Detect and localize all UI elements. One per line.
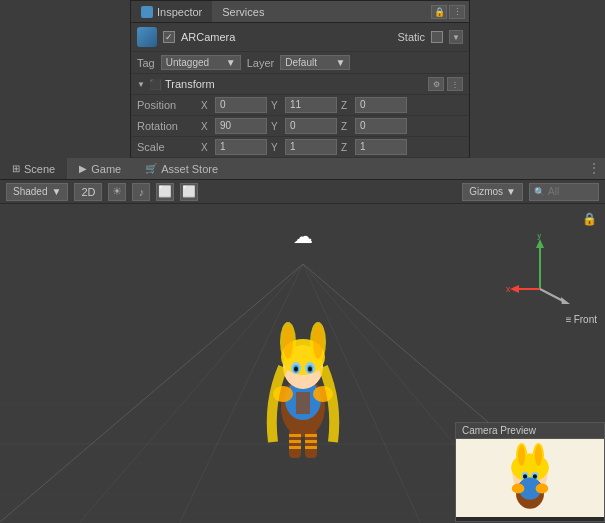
sx-label: X bbox=[201, 142, 211, 153]
object-row: ✓ ARCamera Static ▼ bbox=[131, 23, 469, 52]
tab-services[interactable]: Services bbox=[212, 1, 274, 22]
position-row: Position X 0 Y 11 Z 0 bbox=[131, 95, 469, 116]
position-xyz: X 0 Y 11 Z 0 bbox=[201, 97, 463, 113]
svg-rect-42 bbox=[305, 440, 317, 443]
position-label: Position bbox=[137, 99, 197, 111]
tab-asset-store[interactable]: 🛒 Asset Store bbox=[133, 158, 230, 179]
scale-y-field[interactable]: 1 bbox=[285, 139, 337, 155]
inspector-icon bbox=[141, 6, 153, 18]
svg-point-57 bbox=[536, 484, 549, 494]
transform-settings-icon[interactable]: ⚙ bbox=[428, 77, 444, 91]
triangle-icon: ▼ bbox=[137, 80, 145, 89]
scene-panel: ⊞ Scene ▶ Game 🛒 Asset Store ⋮ Shaded ▼ … bbox=[0, 158, 605, 523]
rz-label: Z bbox=[341, 121, 351, 132]
front-label: ≡ Front bbox=[566, 314, 597, 325]
transform-header: ▼ ⬛ Transform ⚙ ⋮ bbox=[131, 74, 469, 95]
scene-toolbar: Shaded ▼ 2D ☀ ♪ ⬜ ⬜ Gizmos ▼ 🔍 All bbox=[0, 180, 605, 204]
scale-x-field[interactable]: 1 bbox=[215, 139, 267, 155]
object-icon bbox=[137, 27, 157, 47]
position-x-field[interactable]: 0 bbox=[215, 97, 267, 113]
svg-point-28 bbox=[283, 325, 293, 359]
object-name: ARCamera bbox=[181, 31, 391, 43]
axis-gizmo-svg: y x bbox=[505, 234, 575, 304]
character-model bbox=[253, 312, 353, 462]
layer-dropdown[interactable]: Default ▼ bbox=[280, 55, 350, 70]
gizmos-button[interactable]: Gizmos ▼ bbox=[462, 183, 523, 201]
rotation-row: Rotation X 90 Y 0 Z 0 bbox=[131, 116, 469, 137]
camera-preview-content bbox=[456, 439, 604, 517]
scale-label: Scale bbox=[137, 141, 197, 153]
svg-point-48 bbox=[518, 445, 525, 466]
scale-z-field[interactable]: 1 bbox=[355, 139, 407, 155]
rotation-x-field[interactable]: 90 bbox=[215, 118, 267, 134]
lighting-button[interactable]: ☀ bbox=[108, 183, 126, 201]
asset-store-tab-label: Asset Store bbox=[161, 163, 218, 175]
viewport-lock-icon[interactable]: 🔒 bbox=[582, 212, 597, 226]
svg-marker-16 bbox=[561, 297, 570, 304]
rotation-xyz: X 90 Y 0 Z 0 bbox=[201, 118, 463, 134]
svg-point-34 bbox=[294, 367, 298, 372]
scene-panel-right-btn[interactable]: ⋮ bbox=[587, 160, 601, 176]
character-svg bbox=[253, 312, 353, 462]
object-checkbox[interactable]: ✓ bbox=[163, 31, 175, 43]
audio-button[interactable]: ♪ bbox=[132, 183, 150, 201]
ry-label: Y bbox=[271, 121, 281, 132]
svg-text:y: y bbox=[537, 234, 542, 240]
scene-viewport[interactable]: ☁ 🔒 y x ≡ Front bbox=[0, 204, 605, 522]
sy-label: Y bbox=[271, 142, 281, 153]
tab-inspector[interactable]: Inspector bbox=[131, 1, 212, 22]
static-label: Static bbox=[397, 31, 425, 43]
rotation-z-field[interactable]: 0 bbox=[355, 118, 407, 134]
scale-row: Scale X 1 Y 1 Z 1 bbox=[131, 137, 469, 158]
lock-button[interactable]: 🔒 bbox=[431, 5, 447, 19]
svg-rect-38 bbox=[289, 434, 301, 437]
tag-layer-row: Tag Untagged ▼ Layer Default ▼ bbox=[131, 52, 469, 74]
sz-label: Z bbox=[341, 142, 351, 153]
menu-button[interactable]: ⋮ bbox=[449, 5, 465, 19]
svg-point-49 bbox=[535, 445, 542, 466]
scale-xyz: X 1 Y 1 Z 1 bbox=[201, 139, 463, 155]
z-label: Z bbox=[341, 100, 351, 111]
scene-search[interactable]: 🔍 All bbox=[529, 183, 599, 201]
effects-button[interactable]: ⬜ bbox=[156, 183, 174, 201]
svg-rect-21 bbox=[296, 392, 310, 414]
camera-preview-title: Camera Preview bbox=[456, 423, 604, 439]
shaded-dropdown[interactable]: Shaded ▼ bbox=[6, 183, 68, 201]
svg-point-35 bbox=[308, 367, 312, 372]
svg-marker-14 bbox=[510, 285, 519, 293]
inspector-header-buttons: 🔒 ⋮ bbox=[431, 1, 469, 22]
svg-rect-41 bbox=[305, 434, 317, 437]
rotation-label: Rotation bbox=[137, 120, 197, 132]
svg-point-29 bbox=[313, 325, 323, 359]
svg-text:x: x bbox=[506, 284, 511, 294]
rx-label: X bbox=[201, 121, 211, 132]
static-checkbox[interactable] bbox=[431, 31, 443, 43]
cloud-icon: ☁ bbox=[293, 224, 313, 248]
transform-menu-icon[interactable]: ⋮ bbox=[447, 77, 463, 91]
svg-rect-39 bbox=[289, 440, 301, 443]
tab-scene[interactable]: ⊞ Scene bbox=[0, 158, 67, 179]
static-dropdown[interactable]: ▼ bbox=[449, 30, 463, 44]
tag-label: Tag bbox=[137, 57, 155, 69]
scene-extra-button[interactable]: ⬜ bbox=[180, 183, 198, 201]
game-tab-icon: ▶ bbox=[79, 163, 87, 174]
2d-button[interactable]: 2D bbox=[74, 183, 102, 201]
position-y-field[interactable]: 11 bbox=[285, 97, 337, 113]
asset-store-tab-icon: 🛒 bbox=[145, 163, 157, 174]
svg-rect-40 bbox=[289, 446, 301, 449]
x-label: X bbox=[201, 100, 211, 111]
tag-dropdown[interactable]: Untagged ▼ bbox=[161, 55, 241, 70]
position-z-field[interactable]: 0 bbox=[355, 97, 407, 113]
services-tab-label: Services bbox=[222, 6, 264, 18]
scene-tab-label: Scene bbox=[24, 163, 55, 175]
tab-game[interactable]: ▶ Game bbox=[67, 158, 133, 179]
game-tab-label: Game bbox=[91, 163, 121, 175]
axis-gizmo: y x bbox=[505, 234, 575, 304]
scene-tab-icon: ⊞ bbox=[12, 163, 20, 174]
svg-line-15 bbox=[540, 289, 565, 302]
rotation-y-field[interactable]: 0 bbox=[285, 118, 337, 134]
inspector-tabs: Inspector Services 🔒 ⋮ bbox=[131, 1, 469, 23]
transform-icons: ⚙ ⋮ bbox=[428, 77, 463, 91]
camera-preview: Camera Preview bbox=[455, 422, 605, 522]
y-label: Y bbox=[271, 100, 281, 111]
